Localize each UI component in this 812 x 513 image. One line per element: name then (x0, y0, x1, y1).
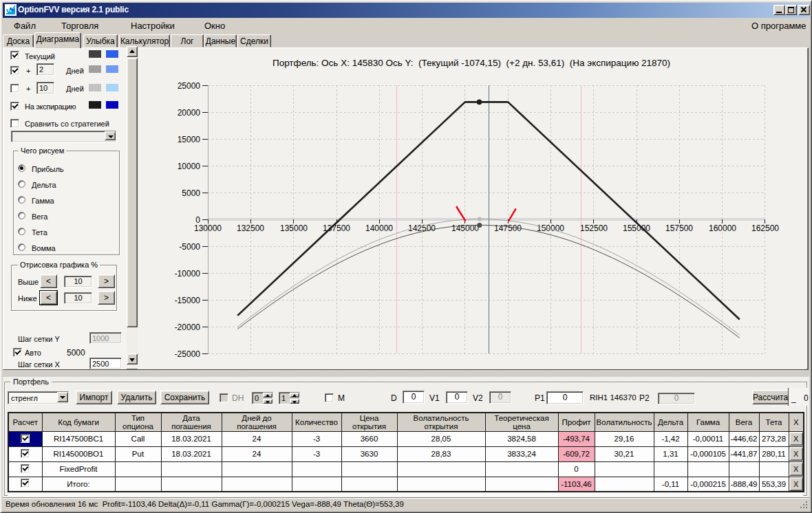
svg-text:20000: 20000 (178, 108, 201, 118)
svg-text:160000: 160000 (709, 223, 736, 233)
svg-text:-25000: -25000 (175, 349, 201, 359)
svg-text:10000: 10000 (178, 162, 201, 171)
svg-text:147500: 147500 (494, 223, 522, 233)
svg-text:135000: 135000 (280, 223, 308, 233)
svg-text:-10000: -10000 (175, 269, 201, 279)
svg-text:25000: 25000 (178, 81, 201, 91)
svg-text:157500: 157500 (665, 223, 693, 233)
svg-text:152500: 152500 (580, 223, 608, 233)
svg-text:-15000: -15000 (175, 296, 201, 305)
svg-text:15000: 15000 (178, 135, 201, 144)
svg-text:162500: 162500 (751, 223, 779, 233)
svg-text:140000: 140000 (365, 223, 393, 233)
svg-text:130000: 130000 (194, 223, 222, 233)
svg-text:-20000: -20000 (175, 323, 201, 332)
svg-text:5000: 5000 (182, 188, 200, 198)
svg-text:132500: 132500 (237, 223, 264, 233)
svg-text:-5000: -5000 (179, 242, 200, 252)
svg-text:Портфель: Ось X: 145830 Ось Y:: Портфель: Ось X: 145830 Ось Y: (Текущий … (273, 58, 670, 68)
